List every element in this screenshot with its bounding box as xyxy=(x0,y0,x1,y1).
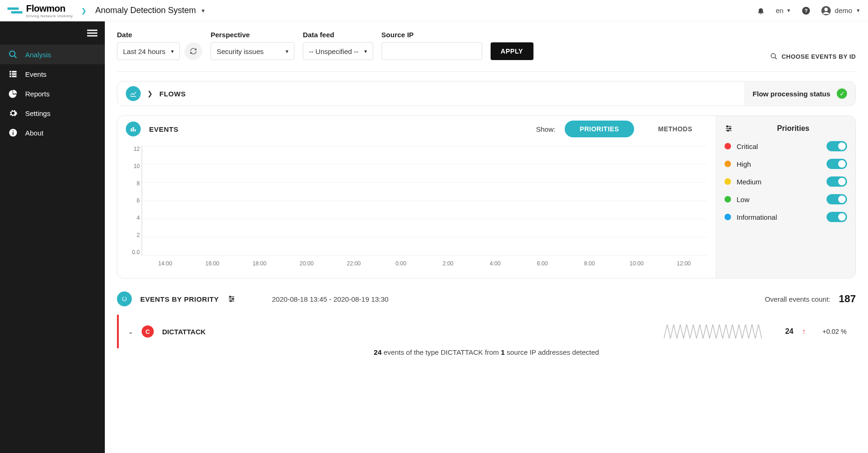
sidebar-item-settings[interactable]: Settings xyxy=(0,103,105,123)
breadcrumb-label: Anomaly Detection System xyxy=(95,6,196,15)
priority-toggle[interactable] xyxy=(827,141,847,151)
lang-value: en xyxy=(776,7,784,14)
chevron-right-icon[interactable]: ❯ xyxy=(147,90,153,97)
caret-down-icon: ▼ xyxy=(786,8,791,13)
feed-label: Data feed xyxy=(303,31,373,39)
caret-down-icon: ▼ xyxy=(363,49,368,54)
priority-row-medium: Medium xyxy=(724,176,847,187)
refresh-icon xyxy=(190,47,197,55)
event-detail-count: 24 xyxy=(374,348,382,356)
feed-value: -- Unspecified -- xyxy=(309,47,359,55)
svg-point-32 xyxy=(229,296,231,297)
perspective-label: Perspective xyxy=(211,31,294,39)
ebp-title: EVENTS BY PRIORITY xyxy=(140,295,219,303)
priority-toggle[interactable] xyxy=(827,194,847,204)
dot-icon xyxy=(724,161,731,167)
user-icon xyxy=(821,6,831,16)
sidebar-item-label: Analysis xyxy=(25,51,51,59)
priorities-panel: Priorities CriticalHighMediumLowInformat… xyxy=(716,116,855,278)
event-name: DICTATTACK xyxy=(162,328,205,336)
bell-icon[interactable] xyxy=(756,6,765,15)
refresh-button[interactable] xyxy=(185,42,202,60)
sidebar-item-analysis[interactable]: Analysis xyxy=(0,45,105,64)
priorities-title: Priorities xyxy=(739,124,847,133)
tab-methods[interactable]: METHODS xyxy=(643,121,708,137)
date-label: Date xyxy=(117,31,202,39)
svg-rect-20 xyxy=(131,128,132,132)
feed-select[interactable]: -- Unspecified -- ▼ xyxy=(303,42,373,60)
priority-label: Critical xyxy=(737,142,758,150)
event-detail: 24 events of the type DICTATTACK from 1 … xyxy=(117,348,856,361)
sidebar-item-events[interactable]: Events xyxy=(0,64,105,84)
user-menu[interactable]: demo ▼ xyxy=(821,6,861,16)
svg-rect-6 xyxy=(87,35,97,37)
perspective-value: Security issues xyxy=(217,47,264,55)
priority-toggle[interactable] xyxy=(827,212,847,222)
event-detail-end: source IP addresses detected xyxy=(505,348,599,356)
tab-priorities[interactable]: PRIORITIES xyxy=(565,121,634,137)
events-by-priority-header: EVENTS BY PRIORITY 2020-08-18 13:45 - 20… xyxy=(117,291,856,306)
bar-chart-icon xyxy=(126,122,141,136)
hamburger-icon[interactable] xyxy=(0,21,105,45)
sidebar-item-label: Events xyxy=(25,70,47,78)
sidebar-item-label: About xyxy=(25,129,43,137)
event-row-dictattack[interactable]: ⌄ C DICTATTACK 24 ↑ +0.02 % xyxy=(117,315,856,348)
info-icon xyxy=(8,128,18,137)
events-title: EVENTS xyxy=(149,125,178,133)
date-select[interactable]: Last 24 hours ▼ xyxy=(117,42,180,60)
svg-text:?: ? xyxy=(804,7,807,14)
priority-label: High xyxy=(737,160,751,168)
sidebar-item-about[interactable]: About xyxy=(0,123,105,142)
svg-rect-10 xyxy=(12,71,17,72)
sliders-icon[interactable] xyxy=(724,124,733,133)
events-chart: 121086420.0 14:0016:0018:0020:0022:000:0… xyxy=(126,146,707,267)
svg-point-34 xyxy=(230,300,232,302)
ebp-range: 2020-08-18 13:45 - 2020-08-19 13:30 xyxy=(272,295,389,303)
sidebar-item-reports[interactable]: Reports xyxy=(0,84,105,103)
search-icon xyxy=(770,53,778,60)
svg-rect-11 xyxy=(10,73,11,74)
sliders-icon[interactable] xyxy=(227,295,236,303)
lang-selector[interactable]: en ▼ xyxy=(776,7,791,14)
event-delta: +0.02 % xyxy=(814,328,847,335)
flows-title: FLOWS xyxy=(159,90,186,98)
caret-down-icon: ▼ xyxy=(170,49,175,54)
flow-status-label: Flow processing status xyxy=(752,90,830,98)
perspective-select[interactable]: Security issues ▼ xyxy=(211,42,294,60)
choose-by-id-link[interactable]: CHOOSE EVENTS BY ID xyxy=(770,53,856,60)
check-icon: ✓ xyxy=(837,88,847,99)
source-ip-input[interactable] xyxy=(382,42,482,60)
pie-icon xyxy=(8,89,18,98)
priority-label: Informational xyxy=(737,213,777,221)
filters-bar: Date Last 24 hours ▼ Perspective Securit… xyxy=(117,21,856,72)
arrow-up-icon: ↑ xyxy=(802,327,806,336)
priority-row-low: Low xyxy=(724,194,847,204)
sparkline-icon xyxy=(664,322,766,341)
svg-rect-4 xyxy=(87,30,97,31)
sidebar: AnalysisEventsReportsSettingsAbout xyxy=(0,21,105,453)
svg-rect-17 xyxy=(13,130,14,131)
main: Date Last 24 hours ▼ Perspective Securit… xyxy=(105,21,868,453)
priority-toggle[interactable] xyxy=(827,159,847,169)
search-icon xyxy=(8,50,18,59)
priority-row-high: High xyxy=(724,159,847,169)
dot-icon xyxy=(724,178,731,185)
events-card: EVENTS Show: PRIORITIES METHODS 12108642… xyxy=(117,115,856,278)
source-ip-label: Source IP xyxy=(382,31,482,39)
logo[interactable]: Flowmon Driving Network Visibility xyxy=(7,3,73,18)
chevron-down-icon[interactable]: ⌄ xyxy=(128,328,133,335)
svg-point-27 xyxy=(730,128,731,129)
help-icon[interactable]: ? xyxy=(801,6,811,15)
priority-toggle[interactable] xyxy=(827,176,847,187)
breadcrumb[interactable]: Anomaly Detection System ▼ xyxy=(95,6,205,15)
logo-mark-icon xyxy=(7,7,22,14)
date-value: Last 24 hours xyxy=(123,47,165,55)
sidebar-item-label: Settings xyxy=(25,109,50,117)
brand-tagline: Driving Network Visibility xyxy=(26,14,73,18)
chart-icon xyxy=(126,86,141,101)
flows-card: ❯ FLOWS Flow processing status ✓ xyxy=(117,81,856,106)
svg-point-18 xyxy=(771,54,775,58)
apply-button[interactable]: APPLY xyxy=(491,42,533,60)
svg-point-7 xyxy=(10,51,15,57)
svg-rect-12 xyxy=(12,73,17,74)
